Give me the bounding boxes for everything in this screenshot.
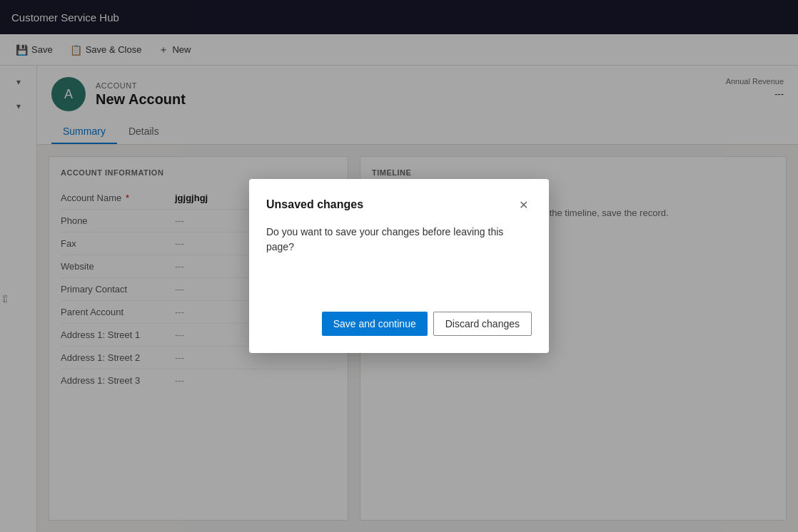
modal-overlay: Unsaved changes ✕ Do you want to save yo… [0,0,798,532]
dialog-body: Do you want to save your changes before … [266,225,532,255]
unsaved-changes-dialog: Unsaved changes ✕ Do you want to save yo… [249,179,549,353]
dialog-footer: Save and continue Discard changes [266,312,532,336]
dialog-message: Do you want to save your changes before … [266,226,503,252]
dialog-header: Unsaved changes ✕ [266,196,532,213]
dialog-close-button[interactable]: ✕ [515,196,532,213]
discard-changes-button[interactable]: Discard changes [433,312,532,336]
save-continue-button[interactable]: Save and continue [322,312,428,336]
close-icon: ✕ [519,198,528,212]
dialog-title: Unsaved changes [266,198,363,211]
